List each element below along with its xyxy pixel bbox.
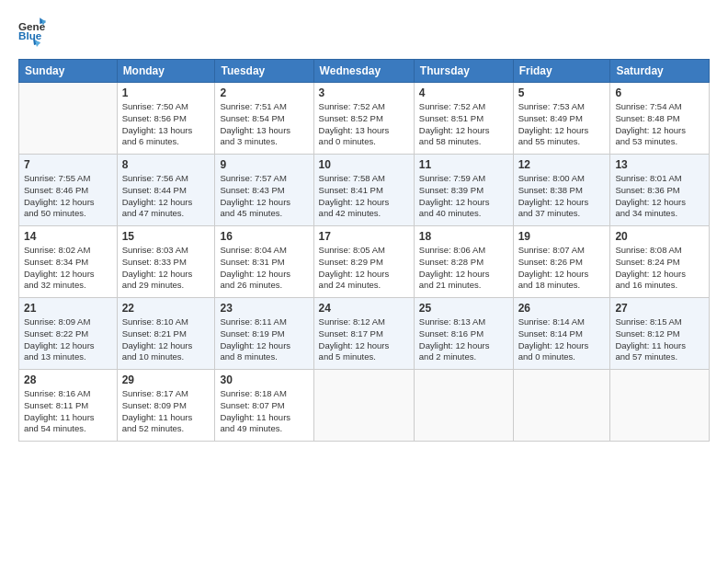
day-number: 15 [122,230,210,243]
day-info: Sunrise: 8:13 AMSunset: 8:16 PMDaylight:… [419,316,508,363]
weekday-header-row: SundayMondayTuesdayWednesdayThursdayFrid… [19,60,710,83]
calendar-cell: 20Sunrise: 8:08 AMSunset: 8:24 PMDayligh… [610,226,710,298]
day-number: 20 [615,230,704,243]
calendar-cell: 1Sunrise: 7:50 AMSunset: 8:56 PMDaylight… [117,83,215,155]
day-info: Sunrise: 7:54 AMSunset: 8:48 PMDaylight:… [615,101,704,148]
calendar-cell: 23Sunrise: 8:11 AMSunset: 8:19 PMDayligh… [215,298,313,370]
calendar-cell: 21Sunrise: 8:09 AMSunset: 8:22 PMDayligh… [19,298,118,370]
logo: General Blue [18,15,46,50]
day-info: Sunrise: 8:12 AMSunset: 8:17 PMDaylight:… [319,316,409,363]
calendar-week-row: 21Sunrise: 8:09 AMSunset: 8:22 PMDayligh… [19,298,710,370]
day-info: Sunrise: 8:11 AMSunset: 8:19 PMDaylight:… [220,316,308,363]
weekday-header-tuesday: Tuesday [215,60,313,83]
day-number: 16 [220,230,308,243]
day-number: 3 [319,86,409,99]
calendar-cell: 3Sunrise: 7:52 AMSunset: 8:52 PMDaylight… [313,83,414,155]
day-info: Sunrise: 8:07 AMSunset: 8:26 PMDaylight:… [518,245,606,292]
day-info: Sunrise: 8:08 AMSunset: 8:24 PMDaylight:… [615,245,704,292]
calendar-cell [19,83,118,155]
day-number: 22 [122,302,210,315]
calendar-cell: 13Sunrise: 8:01 AMSunset: 8:36 PMDayligh… [610,155,710,226]
day-number: 6 [615,86,704,99]
day-info: Sunrise: 8:06 AMSunset: 8:28 PMDaylight:… [419,245,508,292]
calendar-cell: 15Sunrise: 8:03 AMSunset: 8:33 PMDayligh… [117,226,215,298]
day-info: Sunrise: 8:17 AMSunset: 8:09 PMDaylight:… [122,388,210,435]
calendar-cell: 9Sunrise: 7:57 AMSunset: 8:43 PMDaylight… [215,155,313,226]
day-info: Sunrise: 8:01 AMSunset: 8:36 PMDaylight:… [615,173,704,220]
weekday-header-friday: Friday [513,60,610,83]
day-number: 19 [518,230,606,243]
calendar-cell: 11Sunrise: 7:59 AMSunset: 8:39 PMDayligh… [414,155,513,226]
day-number: 24 [319,302,409,315]
calendar-cell: 25Sunrise: 8:13 AMSunset: 8:16 PMDayligh… [414,298,513,370]
calendar-cell: 6Sunrise: 7:54 AMSunset: 8:48 PMDaylight… [610,83,710,155]
day-info: Sunrise: 7:58 AMSunset: 8:41 PMDaylight:… [319,173,409,220]
calendar-cell: 30Sunrise: 8:18 AMSunset: 8:07 PMDayligh… [215,370,313,442]
weekday-header-sunday: Sunday [19,60,118,83]
day-number: 26 [518,302,606,315]
day-number: 9 [220,158,308,171]
calendar-cell: 12Sunrise: 8:00 AMSunset: 8:38 PMDayligh… [513,155,610,226]
day-info: Sunrise: 7:51 AMSunset: 8:54 PMDaylight:… [220,101,308,148]
day-info: Sunrise: 7:53 AMSunset: 8:49 PMDaylight:… [518,101,606,148]
day-number: 11 [419,158,508,171]
day-number: 27 [615,302,704,315]
weekday-header-wednesday: Wednesday [313,60,414,83]
day-number: 18 [419,230,508,243]
day-number: 1 [122,86,210,99]
calendar-cell: 28Sunrise: 8:16 AMSunset: 8:11 PMDayligh… [19,370,118,442]
day-info: Sunrise: 7:52 AMSunset: 8:51 PMDaylight:… [419,101,508,148]
day-number: 21 [24,302,112,315]
weekday-header-saturday: Saturday [610,60,710,83]
day-number: 5 [518,86,606,99]
weekday-header-monday: Monday [117,60,215,83]
day-info: Sunrise: 7:56 AMSunset: 8:44 PMDaylight:… [122,173,210,220]
day-info: Sunrise: 8:02 AMSunset: 8:34 PMDaylight:… [24,245,112,292]
day-info: Sunrise: 7:59 AMSunset: 8:39 PMDaylight:… [419,173,508,220]
day-info: Sunrise: 7:52 AMSunset: 8:52 PMDaylight:… [319,101,409,148]
day-number: 25 [419,302,508,315]
calendar-cell: 26Sunrise: 8:14 AMSunset: 8:14 PMDayligh… [513,298,610,370]
calendar-cell [610,370,710,442]
calendar-cell: 22Sunrise: 8:10 AMSunset: 8:21 PMDayligh… [117,298,215,370]
calendar-cell: 18Sunrise: 8:06 AMSunset: 8:28 PMDayligh… [414,226,513,298]
calendar-week-row: 7Sunrise: 7:55 AMSunset: 8:46 PMDaylight… [19,155,710,226]
calendar-cell: 5Sunrise: 7:53 AMSunset: 8:49 PMDaylight… [513,83,610,155]
day-info: Sunrise: 7:55 AMSunset: 8:46 PMDaylight:… [24,173,112,220]
day-number: 14 [24,230,112,243]
day-info: Sunrise: 7:57 AMSunset: 8:43 PMDaylight:… [220,173,308,220]
logo-bird-shape [20,37,40,53]
day-info: Sunrise: 8:03 AMSunset: 8:33 PMDaylight:… [122,245,210,292]
calendar-cell: 27Sunrise: 8:15 AMSunset: 8:12 PMDayligh… [610,298,710,370]
calendar-week-row: 28Sunrise: 8:16 AMSunset: 8:11 PMDayligh… [19,370,710,442]
calendar-cell: 2Sunrise: 7:51 AMSunset: 8:54 PMDaylight… [215,83,313,155]
day-number: 30 [220,373,308,386]
day-info: Sunrise: 8:00 AMSunset: 8:38 PMDaylight:… [518,173,606,220]
calendar-cell [414,370,513,442]
calendar-cell: 29Sunrise: 8:17 AMSunset: 8:09 PMDayligh… [117,370,215,442]
day-info: Sunrise: 8:18 AMSunset: 8:07 PMDaylight:… [220,388,308,435]
calendar-cell: 14Sunrise: 8:02 AMSunset: 8:34 PMDayligh… [19,226,118,298]
calendar-table: SundayMondayTuesdayWednesdayThursdayFrid… [18,59,710,442]
day-number: 10 [319,158,409,171]
day-info: Sunrise: 8:16 AMSunset: 8:11 PMDaylight:… [24,388,112,435]
weekday-header-thursday: Thursday [414,60,513,83]
calendar-cell: 4Sunrise: 7:52 AMSunset: 8:51 PMDaylight… [414,83,513,155]
calendar-week-row: 14Sunrise: 8:02 AMSunset: 8:34 PMDayligh… [19,226,710,298]
calendar-week-row: 1Sunrise: 7:50 AMSunset: 8:56 PMDaylight… [19,83,710,155]
day-info: Sunrise: 7:50 AMSunset: 8:56 PMDaylight:… [122,101,210,148]
day-info: Sunrise: 8:10 AMSunset: 8:21 PMDaylight:… [122,316,210,363]
day-number: 29 [122,373,210,386]
calendar-cell: 10Sunrise: 7:58 AMSunset: 8:41 PMDayligh… [313,155,414,226]
calendar-cell: 7Sunrise: 7:55 AMSunset: 8:46 PMDaylight… [19,155,118,226]
calendar-cell: 8Sunrise: 7:56 AMSunset: 8:44 PMDaylight… [117,155,215,226]
calendar-cell: 19Sunrise: 8:07 AMSunset: 8:26 PMDayligh… [513,226,610,298]
day-number: 28 [24,373,112,386]
day-info: Sunrise: 8:14 AMSunset: 8:14 PMDaylight:… [518,316,606,363]
day-number: 12 [518,158,606,171]
calendar-cell: 16Sunrise: 8:04 AMSunset: 8:31 PMDayligh… [215,226,313,298]
day-number: 7 [24,158,112,171]
page-header: General Blue [18,15,710,50]
calendar-cell: 17Sunrise: 8:05 AMSunset: 8:29 PMDayligh… [313,226,414,298]
calendar-cell [313,370,414,442]
